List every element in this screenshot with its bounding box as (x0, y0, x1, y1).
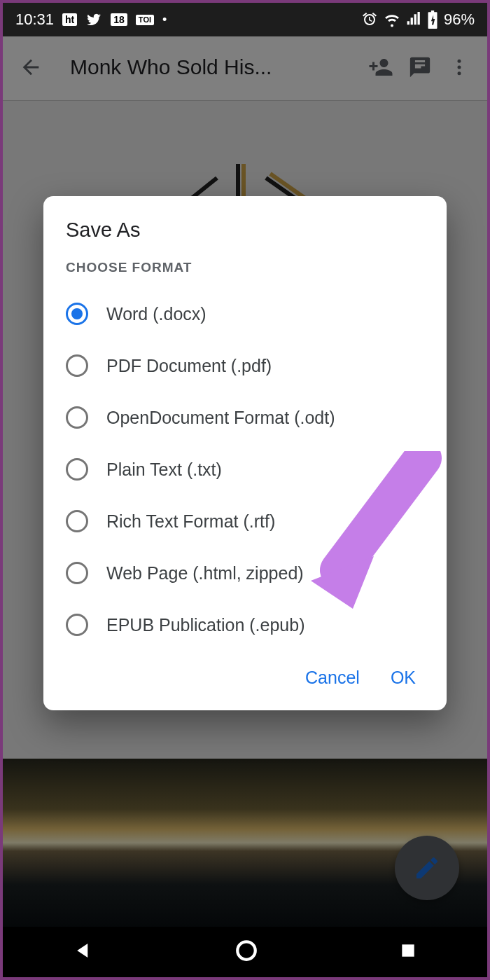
save-as-dialog: Save As CHOOSE FORMAT Word (.docx) PDF D… (43, 196, 447, 710)
radio-icon (66, 303, 88, 325)
battery-icon (427, 11, 438, 29)
radio-icon (66, 510, 88, 532)
cancel-button[interactable]: Cancel (305, 668, 360, 688)
system-nav-bar (3, 927, 487, 977)
dialog-title: Save As (43, 219, 447, 260)
format-option-odt[interactable]: OpenDocument Format (.odt) (43, 392, 447, 443)
triangle-back-icon (73, 940, 94, 961)
signal-icon (406, 12, 421, 27)
option-label: PDF Document (.pdf) (106, 356, 272, 376)
nav-home-button[interactable] (234, 939, 258, 965)
status-time: 10:31 (15, 11, 54, 29)
nav-recents-button[interactable] (399, 941, 417, 962)
alarm-icon (361, 11, 378, 28)
format-option-epub[interactable]: EPUB Publication (.epub) (43, 599, 447, 651)
notif-ht-icon: ht (62, 13, 77, 26)
notif-twitter-icon (85, 11, 102, 28)
dialog-actions: Cancel OK (43, 651, 447, 693)
nav-back-button[interactable] (73, 940, 94, 964)
radio-icon (66, 614, 88, 636)
radio-icon (66, 406, 88, 429)
wifi-icon (384, 11, 400, 28)
ok-button[interactable]: OK (391, 668, 416, 688)
square-recents-icon (399, 941, 417, 960)
option-label: Word (.docx) (106, 304, 206, 324)
format-option-txt[interactable]: Plain Text (.txt) (43, 443, 447, 495)
svg-rect-10 (402, 944, 414, 956)
battery-percentage: 96% (444, 11, 475, 29)
circle-home-icon (234, 939, 258, 962)
option-label: Web Page (.html, zipped) (106, 563, 304, 584)
notif-more-dot: • (162, 13, 167, 27)
radio-icon (66, 562, 88, 584)
format-option-html[interactable]: Web Page (.html, zipped) (43, 547, 447, 599)
status-bar: 10:31 ht 18 TOI • 96% (3, 3, 487, 36)
svg-point-9 (237, 941, 255, 960)
option-label: EPUB Publication (.epub) (106, 615, 304, 635)
format-option-rtf[interactable]: Rich Text Format (.rtf) (43, 495, 447, 547)
notif-toi-icon: TOI (136, 15, 154, 25)
radio-icon (66, 354, 88, 377)
option-label: OpenDocument Format (.odt) (106, 408, 335, 428)
device-frame: Monk Who Sold His... 10:31 ht 18 TOI • 9… (0, 0, 490, 980)
notif-18-icon: 18 (111, 13, 127, 26)
dialog-subtitle: CHOOSE FORMAT (43, 260, 447, 288)
option-label: Rich Text Format (.rtf) (106, 511, 275, 532)
option-label: Plain Text (.txt) (106, 460, 222, 480)
format-option-docx[interactable]: Word (.docx) (43, 288, 447, 340)
format-option-pdf[interactable]: PDF Document (.pdf) (43, 340, 447, 392)
radio-icon (66, 458, 88, 481)
